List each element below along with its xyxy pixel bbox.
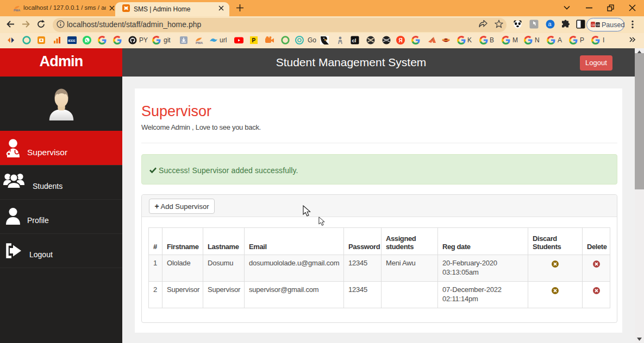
svg-text:CD: CD	[591, 23, 596, 27]
svg-text:PMA: PMA	[14, 9, 20, 12]
svg-text:P: P	[252, 37, 256, 43]
svg-text:a: a	[548, 21, 552, 27]
svg-text:PMA: PMA	[196, 41, 203, 45]
svg-text:CD: CD	[596, 23, 600, 27]
svg-text:Я: Я	[399, 37, 403, 43]
svg-text:cl: cl	[352, 37, 357, 43]
svg-text:IEEE: IEEE	[68, 39, 76, 42]
